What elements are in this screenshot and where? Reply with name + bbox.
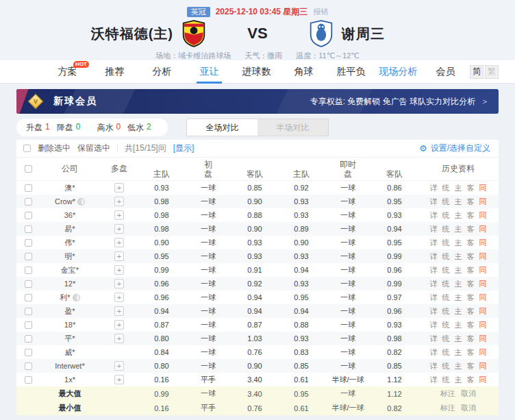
company-name[interactable]: 利* (60, 293, 70, 303)
multi-plus-button[interactable]: + (114, 210, 124, 220)
tab-1x2[interactable]: 胜平负 (327, 60, 375, 84)
banner-benefits-link[interactable]: 专享权益: 免费解锁 免广告 球队实力对比分析 ＞ (310, 96, 489, 108)
history-link-home[interactable]: 主 (455, 265, 462, 275)
history-link-detail[interactable]: 详 (430, 279, 438, 289)
multi-plus-button[interactable]: + (114, 197, 124, 206)
history-link-stats[interactable]: 统 (442, 279, 450, 289)
history-link-home[interactable]: 主 (455, 251, 462, 262)
row-checkbox[interactable] (25, 308, 32, 315)
multi-plus-button[interactable]: + (114, 279, 124, 288)
history-link-away[interactable]: 客 (467, 251, 475, 262)
row-checkbox[interactable] (25, 253, 32, 260)
history-link-away[interactable]: 客 (467, 320, 475, 330)
history-link-home[interactable]: 主 (455, 320, 462, 330)
cancel-link[interactable]: 取消 (461, 388, 476, 399)
vip-banner[interactable]: V 新球会员 专享权益: 免费解锁 免广告 球队实力对比分析 ＞ (16, 89, 499, 114)
multi-plus-button[interactable]: + (114, 183, 124, 193)
row-checkbox[interactable] (25, 294, 32, 301)
history-link-detail[interactable]: 详 (430, 320, 438, 330)
tab-live-analysis[interactable]: 现场分析 (375, 60, 422, 84)
settings-customize-button[interactable]: ⚙ 设置/选择自定义 (419, 143, 490, 154)
history-link-away[interactable]: 客 (467, 361, 475, 371)
history-link-away[interactable]: 客 (467, 334, 475, 344)
history-link-same[interactable]: 同 (479, 224, 487, 234)
history-link-home[interactable]: 主 (455, 293, 462, 303)
company-name[interactable]: 18* (64, 321, 76, 329)
history-link-same[interactable]: 同 (479, 361, 487, 371)
history-link-stats[interactable]: 统 (442, 265, 450, 275)
history-link-stats[interactable]: 统 (442, 251, 450, 262)
tab-plans[interactable]: 方案 HOT (44, 60, 91, 84)
history-link-home[interactable]: 主 (455, 197, 462, 207)
company-name[interactable]: 1x* (64, 375, 75, 384)
history-link-detail[interactable]: 详 (430, 347, 438, 358)
history-link-detail[interactable]: 详 (430, 306, 438, 317)
row-checkbox[interactable] (25, 225, 32, 233)
multi-plus-button[interactable]: + (114, 320, 124, 330)
history-link-detail[interactable]: 详 (430, 265, 438, 275)
history-link-home[interactable]: 主 (455, 334, 462, 344)
company-name[interactable]: 盈* (64, 306, 75, 317)
company-name[interactable]: 金宝* (61, 265, 79, 275)
company-name[interactable]: 12* (64, 280, 76, 288)
history-link-same[interactable]: 同 (479, 238, 487, 248)
company-name[interactable]: 易* (64, 224, 75, 234)
toolbar-select-checkbox[interactable] (23, 145, 31, 152)
history-link-stats[interactable]: 统 (442, 210, 450, 221)
history-link-detail[interactable]: 详 (430, 334, 438, 344)
row-checkbox[interactable] (25, 267, 32, 274)
row-checkbox[interactable] (25, 376, 32, 384)
mark-link[interactable]: 标注 (440, 403, 455, 413)
history-link-home[interactable]: 主 (455, 238, 462, 248)
history-link-same[interactable]: 同 (479, 210, 487, 221)
history-link-away[interactable]: 客 (467, 306, 475, 317)
history-link-detail[interactable]: 详 (430, 251, 438, 262)
delete-selected-button[interactable]: 删除选中 (38, 143, 71, 154)
history-link-same[interactable]: 同 (479, 279, 487, 289)
tab-full-match-compare[interactable]: 全场对比 (187, 119, 258, 136)
multi-plus-button[interactable]: + (114, 293, 124, 302)
tab-analysis[interactable]: 分析 (138, 60, 186, 84)
history-link-home[interactable]: 主 (455, 210, 462, 221)
history-link-same[interactable]: 同 (479, 293, 487, 303)
history-link-stats[interactable]: 统 (442, 224, 450, 234)
history-link-same[interactable]: 同 (479, 347, 487, 358)
company-name[interactable]: 威* (64, 347, 75, 358)
history-link-same[interactable]: 同 (479, 265, 487, 275)
history-link-stats[interactable]: 统 (442, 347, 450, 358)
history-link-stats[interactable]: 统 (442, 197, 450, 207)
history-link-same[interactable]: 同 (479, 320, 487, 330)
row-checkbox[interactable] (25, 362, 32, 370)
row-checkbox[interactable] (25, 335, 32, 343)
history-link-same[interactable]: 同 (479, 251, 487, 262)
select-all-checkbox[interactable] (25, 165, 32, 173)
history-link-home[interactable]: 主 (455, 279, 462, 289)
history-link-detail[interactable]: 详 (430, 224, 438, 234)
history-link-detail[interactable]: 详 (430, 197, 438, 207)
history-link-home[interactable]: 主 (455, 224, 462, 234)
multi-plus-button[interactable]: + (114, 238, 124, 247)
history-link-detail[interactable]: 详 (430, 361, 438, 371)
history-link-stats[interactable]: 统 (442, 320, 450, 330)
history-link-away[interactable]: 客 (467, 265, 475, 275)
history-link-home[interactable]: 主 (455, 183, 462, 193)
company-name[interactable]: 伟* (64, 238, 75, 248)
multi-plus-button[interactable]: + (114, 265, 124, 275)
row-checkbox[interactable] (25, 198, 32, 206)
row-checkbox[interactable] (25, 321, 32, 329)
company-name[interactable]: Interwet* (55, 362, 84, 370)
history-link-detail[interactable]: 详 (430, 210, 438, 221)
row-checkbox[interactable] (25, 239, 32, 247)
company-name[interactable]: Crow* (55, 197, 75, 206)
history-link-away[interactable]: 客 (467, 183, 475, 193)
history-link-same[interactable]: 同 (479, 334, 487, 344)
multi-plus-button[interactable]: + (114, 361, 124, 371)
tab-recommend[interactable]: 推荐 (91, 60, 138, 84)
history-link-detail[interactable]: 详 (430, 293, 438, 303)
row-checkbox[interactable] (25, 280, 32, 288)
tab-goals[interactable]: 进球数 (233, 60, 280, 84)
history-link-away[interactable]: 客 (467, 293, 475, 303)
history-link-away[interactable]: 客 (467, 224, 475, 234)
history-link-stats[interactable]: 统 (442, 375, 450, 385)
history-link-stats[interactable]: 统 (442, 306, 450, 317)
